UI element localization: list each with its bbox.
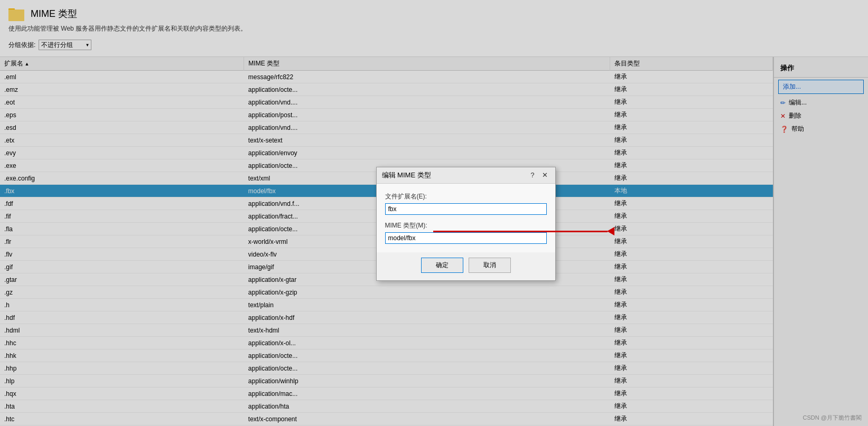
ext-label: 文件扩展名(E): bbox=[385, 192, 547, 201]
dialog-body: 文件扩展名(E): MIME 类型(M): bbox=[377, 184, 555, 252]
ext-input[interactable] bbox=[385, 203, 547, 215]
arrow-head bbox=[607, 227, 614, 235]
dialog-footer: 确定 取消 bbox=[377, 252, 555, 280]
confirm-button[interactable]: 确定 bbox=[421, 258, 463, 273]
arrow-line bbox=[433, 231, 608, 232]
dialog-close-button[interactable]: ✕ bbox=[540, 171, 550, 179]
cancel-button[interactable]: 取消 bbox=[469, 258, 511, 273]
dialog-title: 编辑 MIME 类型 bbox=[382, 171, 431, 180]
annotation-arrow bbox=[433, 227, 614, 235]
dialog-titlebar: 编辑 MIME 类型 ? ✕ bbox=[377, 167, 555, 184]
dialog-overlay: 编辑 MIME 类型 ? ✕ 文件扩展名(E): MIME 类型(M): 确定 … bbox=[0, 0, 868, 426]
dialog-controls: ? ✕ bbox=[528, 171, 549, 179]
edit-mime-dialog: 编辑 MIME 类型 ? ✕ 文件扩展名(E): MIME 类型(M): 确定 … bbox=[376, 167, 556, 281]
dialog-help-button[interactable]: ? bbox=[528, 171, 536, 179]
